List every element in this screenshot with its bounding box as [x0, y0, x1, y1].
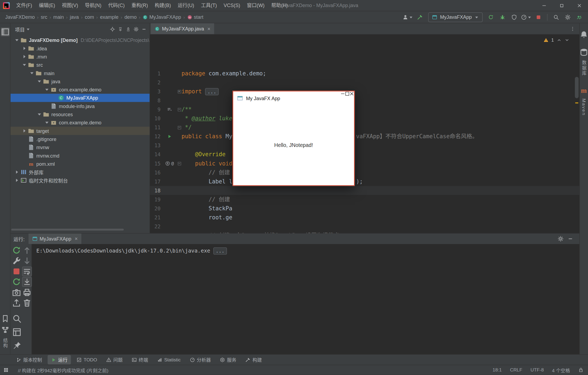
chevron-right-icon[interactable] — [14, 177, 20, 184]
locate-button[interactable] — [110, 27, 115, 32]
breadcrumb-item[interactable]: main — [53, 14, 64, 20]
code-line[interactable]: 12public class MyvaFXApp】不符合UpperCamelCa… — [150, 132, 579, 141]
tree-item[interactable]: src — [11, 61, 150, 69]
tree-item[interactable]: main — [11, 69, 150, 77]
chevron-down-icon[interactable] — [44, 119, 50, 126]
code-with-me-button[interactable] — [574, 12, 584, 22]
stop-button[interactable] — [534, 12, 543, 22]
tool-stripe-Maven[interactable]: mMaven — [579, 85, 588, 118]
inspections-widget[interactable]: 1 — [543, 38, 569, 43]
menu-item[interactable]: 工具(T) — [198, 0, 220, 11]
menu-item[interactable]: 构建(B) — [151, 0, 174, 11]
run-console[interactable]: E:\Downloads\CodesDownloads\jdk\jdk-17.0… — [32, 244, 579, 354]
menu-item[interactable]: 运行(U) — [174, 0, 197, 11]
tree-item[interactable]: com.example.demo — [11, 85, 150, 94]
close-icon[interactable]: × — [207, 26, 210, 32]
tree-item[interactable]: mpom.xml — [11, 160, 150, 168]
javafx-app-window[interactable]: My JavaFX App Hello, JNotepad! — [232, 91, 355, 186]
tool-switcher-icon[interactable] — [3, 367, 9, 373]
clear-all-button[interactable] — [22, 298, 32, 308]
breadcrumb-item[interactable]: java — [70, 14, 79, 20]
code-line[interactable]: 22 — [150, 222, 579, 231]
chevron-down-icon[interactable] — [29, 70, 35, 76]
editor-tab[interactable]: C MyJavaFXApp.java × — [151, 23, 214, 34]
tree-item[interactable]: 外部库 — [11, 168, 150, 176]
hide-icon[interactable] — [567, 236, 573, 242]
code-line[interactable]: 17 Label l); — [150, 177, 579, 186]
gear-icon[interactable] — [558, 236, 564, 242]
tree-item[interactable]: .idea — [11, 44, 150, 53]
hide-button[interactable] — [141, 27, 146, 32]
maximize-button[interactable] — [553, 0, 571, 11]
restart-button[interactable] — [11, 277, 21, 287]
tool-tab-play[interactable]: 运行 — [48, 355, 71, 364]
profiler-button[interactable] — [521, 12, 532, 22]
stop-button[interactable] — [11, 266, 21, 276]
menu-item[interactable]: 导航(N) — [81, 0, 105, 11]
menu-item[interactable]: 视图(V) — [59, 0, 82, 11]
chevron-down-icon[interactable] — [21, 62, 28, 68]
chevron-up-icon[interactable] — [556, 38, 562, 43]
code-line[interactable]: 13 — [150, 141, 579, 150]
tree-item[interactable]: 临时文件和控制台 — [11, 176, 150, 184]
breadcrumb-item[interactable]: example — [100, 14, 118, 20]
tool-stripe-structure[interactable] — [1, 325, 10, 334]
down-stack-button[interactable] — [22, 256, 32, 266]
expand-all-button[interactable] — [118, 27, 123, 32]
tree-item[interactable]: java — [11, 77, 150, 85]
coverage-button[interactable] — [509, 12, 519, 22]
horizontal-scrollbar[interactable] — [11, 229, 124, 230]
code-area[interactable]: 1 1package com.example.demo;23+import ..… — [150, 35, 579, 233]
close-button[interactable] — [350, 91, 354, 96]
breadcrumb-item[interactable]: mstart — [187, 14, 203, 20]
menu-item[interactable]: 编辑(E) — [35, 0, 59, 11]
code-line[interactable]: 20 StackPa — [150, 204, 579, 213]
chevron-down-icon[interactable] — [14, 37, 20, 44]
code-line[interactable]: 3+import ... — [150, 87, 579, 96]
fold-marker[interactable]: − — [177, 123, 182, 132]
tree-item[interactable]: mvnw.cmd — [11, 152, 150, 160]
menu-item[interactable]: 窗口(W) — [244, 0, 268, 11]
file-encoding[interactable]: UTF-8 — [531, 367, 544, 373]
close-icon[interactable]: × — [75, 236, 78, 242]
javafx-titlebar[interactable]: My JavaFX App — [233, 91, 354, 105]
code-line[interactable]: 1package com.example.demo; — [150, 69, 579, 78]
close-button[interactable] — [570, 0, 588, 11]
warning-stripe-mark[interactable] — [575, 102, 578, 103]
export-button[interactable] — [11, 298, 21, 308]
find-button[interactable] — [12, 314, 22, 324]
tool-tab-terminal[interactable]: 终端 — [128, 355, 151, 364]
menu-item[interactable]: 文件(F) — [13, 0, 35, 11]
code-line[interactable]: 16 // 创建 — [150, 168, 579, 177]
tool-tab-todo[interactable]: TODO — [73, 356, 100, 364]
fold-marker[interactable]: − — [177, 159, 182, 168]
caret-position[interactable]: 18:1 — [493, 367, 502, 373]
up-stack-button[interactable] — [22, 245, 32, 255]
tree-item[interactable]: .mvn — [11, 53, 150, 61]
tool-tab-branch[interactable]: 版本控制 — [13, 355, 45, 364]
tool-tab-problem[interactable]: 问题 — [103, 355, 126, 364]
tool-stripe-bookmark[interactable] — [1, 314, 10, 323]
restore-layout-button[interactable] — [12, 327, 22, 337]
chevron-right-icon[interactable] — [21, 53, 28, 60]
breadcrumb-item[interactable]: com — [85, 14, 94, 20]
chevron-down-icon[interactable] — [36, 111, 43, 118]
thread-dump-button[interactable] — [11, 288, 21, 297]
tool-stripe-数据库[interactable]: 数据库 — [579, 47, 588, 79]
breadcrumb-item[interactable]: demo — [124, 14, 137, 20]
tree-item[interactable]: mvnw — [11, 143, 150, 151]
chevron-right-icon[interactable] — [21, 45, 28, 52]
menu-item[interactable]: 重构(R) — [128, 0, 151, 11]
code-line[interactable]: 23 // 创建一个Scene。并将StackPane设置为根节点 — [150, 231, 579, 233]
tree-item[interactable]: JavaFXDemo [Demo]D:\IDEAProjects\JCNCPro… — [11, 36, 150, 44]
chevron-down-icon[interactable] — [44, 86, 50, 93]
tree-item[interactable]: com.example.demo — [11, 118, 150, 127]
chevron-right-icon[interactable] — [14, 169, 20, 176]
code-line[interactable]: 2 — [150, 78, 579, 87]
code-line[interactable]: 19 // 创建 — [150, 195, 579, 204]
pin-tab-button[interactable] — [12, 341, 22, 351]
tree-item[interactable]: module-info.java — [11, 102, 150, 110]
code-line[interactable]: 15@− public void — [150, 159, 579, 168]
tool-tab-chart[interactable]: Statistic — [154, 356, 184, 364]
lock-icon[interactable] — [578, 367, 583, 373]
